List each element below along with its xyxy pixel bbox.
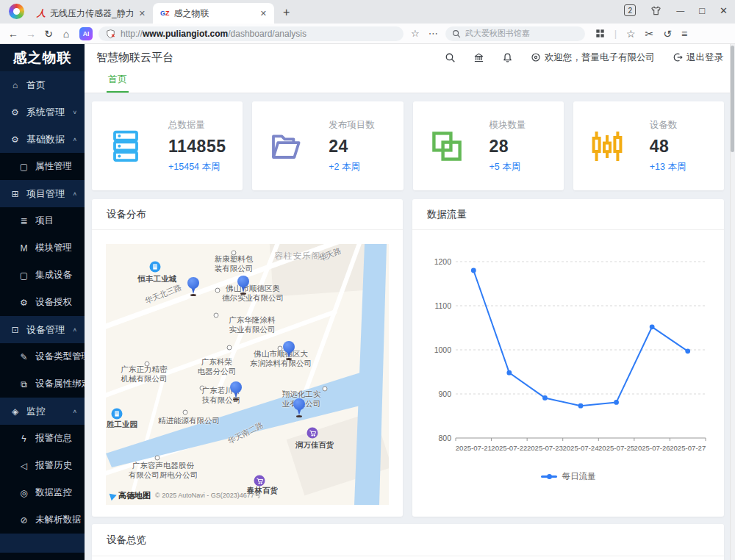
chevron-up-icon: ∧: [72, 137, 77, 143]
ai-assistant-button[interactable]: AI: [79, 27, 93, 40]
sidebar-item-2[interactable]: ⚙基础数据∧: [0, 126, 85, 153]
tab-home-active[interactable]: 首页: [107, 73, 129, 93]
map[interactable]: 新康塑料包装有限公司容柱安乐阁苑恒丰工业城华天北三路佛山市顺德区奥德尔实业有限公…: [106, 244, 389, 505]
data-point-2025-07-27[interactable]: [685, 348, 690, 353]
screenshot-scissors-icon[interactable]: ✂: [645, 28, 654, 40]
tab-count-badge[interactable]: 2: [624, 4, 636, 16]
device-marker-4[interactable]: [293, 398, 306, 417]
device-marker-2[interactable]: [282, 341, 295, 360]
monitor-icon: ⊡: [10, 325, 21, 335]
slash-circle-icon: ⊘: [18, 515, 29, 525]
browser-tab-2-active[interactable]: GZ 感之物联 ✕: [153, 3, 274, 24]
sidebar-item-14[interactable]: ◁报警历史: [0, 452, 85, 479]
data-point-2025-07-22[interactable]: [506, 370, 512, 376]
data-point-2025-07-23[interactable]: [542, 395, 548, 401]
map-label: 广东华隆涂料实业有限公司: [229, 315, 276, 334]
sidebar-item-12[interactable]: ◈监控∧: [0, 398, 85, 425]
sidebar-item-6[interactable]: M模块管理: [0, 234, 85, 262]
sidebar-item-15[interactable]: ◎数据监控: [0, 479, 85, 506]
data-point-2025-07-24[interactable]: [578, 403, 584, 409]
svg-text:1000: 1000: [434, 345, 452, 354]
svg-text:2025-07-21: 2025-07-21: [456, 444, 492, 452]
home-icon[interactable]: ⌂: [57, 28, 75, 40]
page-scrollbar[interactable]: [730, 44, 735, 560]
device-marker-3[interactable]: [229, 381, 243, 401]
line-chart[interactable]: 8009001000110012002025-07-212025-07-2220…: [423, 243, 714, 461]
close-window-button[interactable]: ✕: [720, 5, 728, 16]
data-point-2025-07-26[interactable]: [650, 324, 655, 329]
more-actions-icon[interactable]: ⋯: [429, 28, 438, 39]
browser-menu-icon[interactable]: ≡: [681, 28, 687, 40]
data-point-2025-07-25[interactable]: [614, 400, 619, 405]
reload-icon[interactable]: ↻: [40, 28, 57, 40]
stat-content: 发布项目数24+2 本周: [329, 119, 375, 173]
sidebar-item-label: 属性管理: [35, 160, 85, 173]
chevron-up-icon: ∧: [72, 327, 77, 333]
back-icon[interactable]: ←: [4, 28, 22, 40]
apps-grid-icon[interactable]: [595, 29, 605, 38]
data-point-2025-07-21[interactable]: [471, 268, 476, 273]
pin-base: [233, 398, 239, 401]
device-marker-1[interactable]: [237, 276, 250, 295]
shield-x-icon[interactable]: [106, 29, 115, 39]
sidebar-item-label: 数据监控: [35, 487, 85, 499]
folder-icon: [268, 129, 304, 164]
new-tab-button[interactable]: +: [283, 6, 290, 19]
sidebar-item-16[interactable]: ⊘未解析数据: [0, 506, 85, 534]
sidebar-item-11[interactable]: ⧉设备属性绑定: [0, 370, 85, 398]
map-label: 佛山市顺德区奥德尔实业有限公司: [222, 284, 284, 302]
sidebar-item-7[interactable]: ▢集成设备: [0, 262, 85, 289]
browser-logo-icon[interactable]: [9, 4, 24, 19]
square-icon: ▢: [18, 270, 29, 281]
logout-button[interactable]: 退出登录: [673, 51, 723, 64]
sidebar-item-1[interactable]: ⚙系统管理∨: [0, 98, 85, 126]
sidebar-item-3[interactable]: ▢属性管理: [0, 153, 85, 180]
scrollbar-thumb[interactable]: [731, 46, 734, 152]
pen-icon: ✎: [18, 352, 29, 362]
url-host: www.puliangiot.com: [143, 29, 228, 39]
pin-ball: [237, 276, 249, 287]
browser-search-box[interactable]: 武大爱秋图书馆嘉: [445, 26, 585, 41]
svg-text:2025-07-25: 2025-07-25: [598, 444, 634, 452]
tab1-close-icon[interactable]: ✕: [139, 9, 146, 18]
tab2-title: 感之物联: [174, 7, 256, 20]
sidebar-item-9[interactable]: ⊡设备管理∧: [0, 316, 85, 343]
browser-tab-1[interactable]: 人 无线压力传感器_静力水准仪_ ✕: [29, 3, 153, 24]
stat-delta: +2 本周: [329, 161, 375, 173]
map-poi-dot: [155, 456, 160, 461]
sidebar-item-13[interactable]: ϟ报警信息: [0, 425, 85, 452]
data-flow-title: 数据流量: [412, 199, 724, 230]
sidebar-item-4[interactable]: ⊞项目管理∧: [0, 180, 85, 207]
favorites-icon[interactable]: ☆: [626, 28, 636, 40]
map-label: 润万佳百货: [295, 440, 334, 450]
history-undo-icon[interactable]: ↺: [663, 28, 672, 40]
pin-ball: [230, 381, 242, 393]
device-marker-0[interactable]: [187, 277, 200, 296]
sidebar-item-10[interactable]: ✎设备类型管理: [0, 343, 85, 370]
tab2-close-icon[interactable]: ✕: [260, 9, 267, 18]
sidebar-bottom-bar: [0, 553, 85, 560]
minimize-button[interactable]: —: [676, 6, 684, 15]
stat-card-2: 模块数量28+5 本周: [413, 101, 564, 190]
stat-label: 发布项目数: [329, 119, 375, 132]
header-search-icon[interactable]: [445, 52, 456, 63]
stat-delta: +5 本周: [490, 161, 526, 173]
bookmark-star-icon[interactable]: ☆: [411, 28, 420, 39]
app-logo[interactable]: 感之物联: [0, 44, 85, 71]
bank-icon[interactable]: [473, 52, 484, 63]
sidebar-item-0[interactable]: ⌂首页: [0, 71, 85, 98]
welcome-user[interactable]: 欢迎您，普量电子有限公司: [531, 51, 655, 64]
bell-icon[interactable]: [502, 52, 513, 63]
svg-text:2025-07-26: 2025-07-26: [634, 444, 670, 452]
address-bar[interactable]: http://www.puliangiot.com/dashboard/anal…: [98, 26, 404, 41]
copy-icon: ⧉: [18, 379, 29, 390]
sidebar-item-8[interactable]: ⚙设备授权: [0, 289, 85, 316]
browser-toolbar: ← → ↻ ⌂ AI http://www.puliangiot.com/das…: [0, 24, 735, 44]
chart-legend[interactable]: 每日流量: [423, 471, 714, 482]
maximize-button[interactable]: □: [699, 5, 705, 16]
sidebar-item-5[interactable]: ≣项目: [0, 207, 85, 234]
stats-row: 总数据量114855+15454 本周发布项目数24+2 本周模块数量28+5 …: [92, 101, 724, 190]
forward-icon[interactable]: →: [22, 28, 40, 40]
theme-shirt-icon[interactable]: [650, 5, 662, 16]
sidebar-item-label: 未解析数据: [35, 514, 85, 526]
